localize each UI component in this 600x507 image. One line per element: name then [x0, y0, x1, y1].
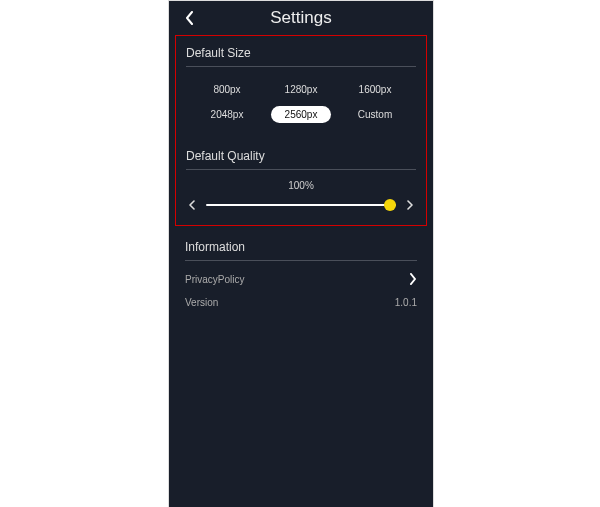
- size-option-1280px[interactable]: 1280px: [271, 81, 331, 98]
- quality-value: 100%: [186, 170, 416, 199]
- size-options: 800px1280px1600px2048px2560pxCustom: [186, 67, 416, 131]
- back-button[interactable]: [181, 9, 199, 27]
- chevron-right-icon: [406, 200, 414, 210]
- chevron-right-icon: [409, 273, 417, 285]
- size-option-2560px[interactable]: 2560px: [271, 106, 331, 123]
- slider-thumb[interactable]: [384, 199, 396, 211]
- default-size-heading: Default Size: [186, 42, 416, 67]
- version-row: Version 1.0.1: [185, 285, 417, 308]
- size-option-800px[interactable]: 800px: [197, 81, 257, 98]
- information-heading: Information: [185, 240, 417, 261]
- version-label: Version: [185, 297, 218, 308]
- size-option-1600px[interactable]: 1600px: [345, 81, 405, 98]
- settings-screen: Settings Default Size 800px1280px1600px2…: [168, 0, 434, 507]
- quality-slider[interactable]: [186, 199, 416, 211]
- slider-track[interactable]: [206, 204, 396, 206]
- slider-increase[interactable]: [404, 199, 416, 211]
- page-title: Settings: [270, 8, 331, 28]
- chevron-left-icon: [185, 11, 195, 25]
- header: Settings: [169, 1, 433, 35]
- privacy-policy-label: PrivacyPolicy: [185, 274, 244, 285]
- default-quality-heading: Default Quality: [186, 135, 416, 170]
- highlight-box: Default Size 800px1280px1600px2048px2560…: [175, 35, 427, 226]
- information-section: Information PrivacyPolicy Version 1.0.1: [185, 240, 417, 308]
- chevron-left-icon: [188, 200, 196, 210]
- privacy-policy-row[interactable]: PrivacyPolicy: [185, 261, 417, 285]
- size-option-custom[interactable]: Custom: [345, 106, 405, 123]
- version-value: 1.0.1: [395, 297, 417, 308]
- slider-decrease[interactable]: [186, 199, 198, 211]
- size-option-2048px[interactable]: 2048px: [197, 106, 257, 123]
